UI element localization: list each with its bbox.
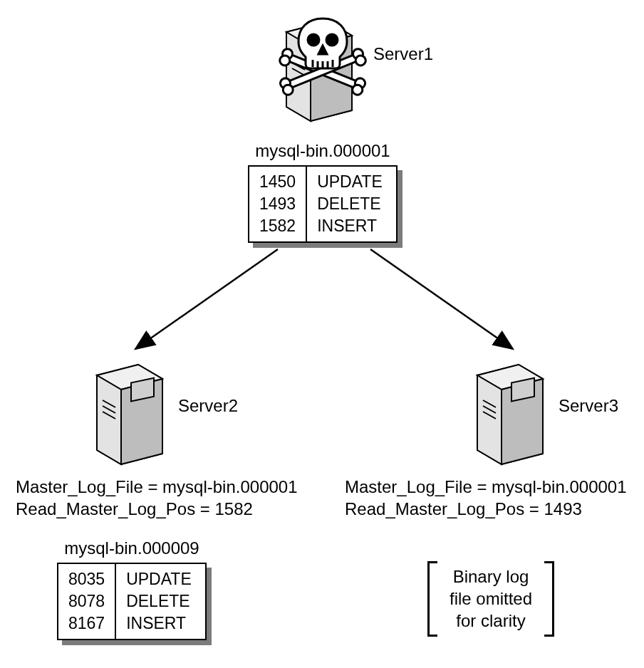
svg-marker-30 [97,375,121,464]
binlog-pos: 8167 [68,612,105,635]
note-line: file omitted [437,588,544,610]
binlog-pos: 8078 [68,590,105,612]
server3-read-master-log-pos: Read_Master_Log_Pos = 1493 [345,498,627,520]
server2-binlog-positions: 8035 8078 8167 [58,564,115,639]
server3-master-log-file: Master_Log_File = mysql-bin.000001 [345,476,627,498]
bracket-left-icon [427,561,437,637]
omitted-binlog-note: Binary log file omitted for clarity [437,561,544,637]
svg-point-18 [308,34,319,46]
svg-rect-42 [511,378,534,402]
server1-binlog-ops: UPDATE DELETE INSERT [306,167,393,241]
arrow-to-server3 [370,249,513,349]
svg-rect-34 [131,378,154,402]
note-line: for clarity [437,610,544,632]
bracket-right-icon [544,561,554,637]
server1-binlog-filename: mysql-bin.000001 [248,141,398,161]
binlog-op: DELETE [317,193,383,215]
server2-master-log-file: Master_Log_File = mysql-bin.000001 [16,476,298,498]
binlog-pos: 8035 [68,568,105,590]
server2-binlog-box: 8035 8078 8167 UPDATE DELETE INSERT [57,563,207,640]
server2-node [83,350,175,474]
server2-read-master-log-pos: Read_Master_Log_Pos = 1582 [16,498,298,520]
binlog-op: UPDATE [317,171,383,193]
svg-marker-38 [477,375,502,464]
arrow-to-server2 [135,249,278,349]
binlog-pos: 1582 [259,215,296,237]
binlog-pos: 1450 [259,171,296,193]
server3-icon [463,350,556,471]
note-line: Binary log [437,565,544,588]
server2-icon [83,350,175,471]
server1-label: Server1 [373,44,433,64]
binlog-op: UPDATE [126,568,192,590]
binlog-op: INSERT [317,215,383,237]
replication-topology-diagram: Server1 mysql-bin.000001 1450 1493 1582 … [0,0,644,668]
binlog-op: DELETE [126,590,192,612]
server3-node [463,350,556,474]
server2-binlog-ops: UPDATE DELETE INSERT [115,564,202,639]
server2-status: Master_Log_File = mysql-bin.000001 Read_… [16,476,298,520]
svg-point-19 [326,34,338,46]
binlog-pos: 1493 [259,193,296,215]
server3-label: Server3 [559,396,618,416]
server3-status: Master_Log_File = mysql-bin.000001 Read_… [345,476,627,520]
binlog-op: INSERT [126,612,192,635]
server2-binlog-filename: mysql-bin.000009 [57,538,207,558]
server1-binlog-positions: 1450 1493 1582 [249,167,306,241]
server2-binlog: mysql-bin.000009 8035 8078 8167 UPDATE D… [57,538,207,640]
skull-crossbones-icon [276,13,369,98]
server1-binlog: mysql-bin.000001 1450 1493 1582 UPDATE D… [248,141,398,243]
server2-label: Server2 [178,396,238,416]
server1-binlog-box: 1450 1493 1582 UPDATE DELETE INSERT [248,165,398,243]
